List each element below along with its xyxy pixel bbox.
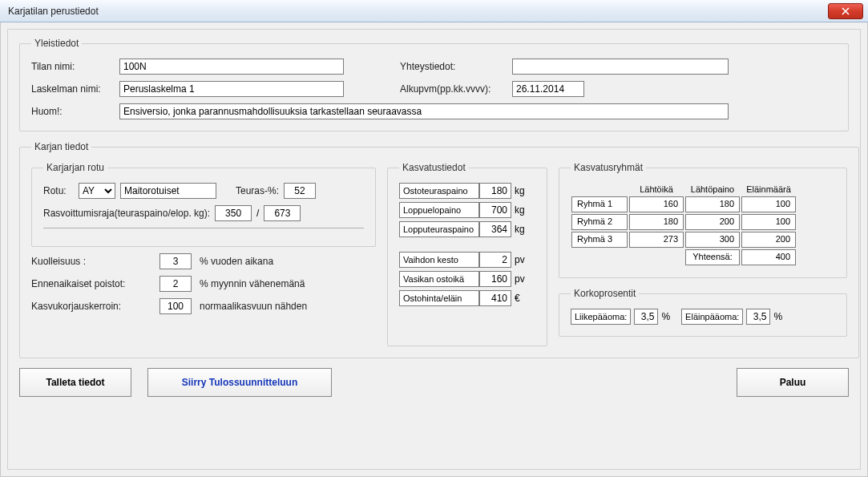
label-kasvukorj: Kasvukorjauskerroin: [31,301,159,312]
input-elain[interactable] [746,309,770,325]
pct-2: % [773,311,782,322]
input-kasvukorj[interactable] [159,298,192,314]
label-rasvo: Rasvoittumisraja(teuraspaino/elop. kg): [43,208,210,219]
label-ostoteuras: Ostoteuraspaino [399,183,479,199]
ryhma-lahtoika-1: 160 [629,196,684,212]
siirry-button[interactable]: Siirry Tulossuunnitteluun [147,368,332,397]
ryhma-lahtopaino-2: 200 [685,214,740,230]
legend-kasvatusryhmat: Kasvatusryhmät [571,162,646,173]
label-yhteystiedot: Yhteystiedot: [400,61,512,72]
fieldset-yleistiedot: Yleistiedot Tilan nimi: Yhteystiedot: La… [19,38,849,131]
total-value: 400 [741,249,796,265]
suffix-kasvukorj: normaalikasvuun nähden [200,301,376,312]
label-lopputeuras: Lopputeuraspaino [399,221,479,237]
unit-pv-2: pv [511,273,527,285]
label-vasikan: Vasikan ostoikä [399,271,479,287]
ryhma-name-1: Ryhmä 1 [571,196,628,212]
unit-kg-1: kg [511,185,527,196]
label-vaihdon: Vaihdon kesto [399,252,479,268]
label-tila-nimi: Tilan nimi: [31,61,119,72]
fieldset-korkoprosentit: Korkoprosentit Liikepääoma: % Eläinpääom… [559,288,847,337]
ryhma-name-3: Ryhmä 3 [571,232,628,248]
input-laskelma-nimi[interactable] [119,81,344,97]
fieldset-karjarjan-rotu: Karjarjan rotu Rotu: AY Teuras-%: [31,162,376,247]
input-ostoteuras[interactable] [479,183,511,199]
hdr-elainmaara: Eläinmäärä [741,183,797,196]
ryhma-elainmaara-3: 200 [741,232,796,248]
titlebar: Karjatilan perustiedot [0,0,868,22]
fieldset-kasvatusryhmat: Kasvatusryhmät Lähtöikä Lähtöpaino Eläin… [559,162,847,278]
rasvo-separator: / [256,208,259,219]
paluu-button[interactable]: Paluu [737,368,849,397]
input-alkupvm[interactable] [512,81,584,97]
label-kuolleisuus: Kuolleisuus : [31,256,159,267]
label-teuras: Teuras-%: [236,185,279,196]
input-ostohinta[interactable] [479,290,511,306]
window-title: Karjatilan perustiedot [8,6,99,17]
label-ennenaik: Ennenaikaiset poistot: [31,278,159,289]
kuolleisuus-grid: Kuolleisuus : % vuoden aikana Ennenaikai… [31,253,376,314]
button-row: Talleta tiedot Siirry Tulossuunnitteluun… [19,368,849,397]
talleta-button[interactable]: Talleta tiedot [19,368,131,397]
label-ostohinta: Ostohinta/eläin [399,290,479,306]
ryhma-table: Lähtöikä Lähtöpaino Eläinmäärä Ryhmä 1 1… [571,183,797,266]
input-huom[interactable] [119,103,729,119]
ryhma-lahtopaino-1: 180 [685,196,740,212]
table-row: Ryhmä 2 180 200 100 [571,213,797,231]
total-label: Yhteensä: [685,249,740,265]
label-rotu: Rotu: [43,185,74,196]
close-icon [842,7,850,15]
ryhma-elainmaara-2: 100 [741,214,796,230]
input-rasvo-b[interactable] [264,205,301,221]
label-alkupvm: Alkupvm(pp.kk.vvvv): [400,83,512,95]
suffix-kuolleisuus: % vuoden aikana [200,256,376,267]
unit-kg-3: kg [511,224,527,235]
input-kuolleisuus[interactable] [159,253,192,269]
legend-korkoprosentit: Korkoprosentit [571,288,639,299]
input-liike[interactable] [634,309,658,325]
input-yhteystiedot[interactable] [512,59,729,75]
input-vasikan[interactable] [479,271,511,287]
suffix-ennenaik: % myynnin vähenemänä [200,278,376,289]
unit-kg-2: kg [511,204,527,216]
close-button[interactable] [828,3,863,19]
legend-karjarjan-rotu: Karjarjan rotu [43,162,107,173]
input-tila-nimi[interactable] [119,59,344,75]
ryhma-elainmaara-1: 100 [741,196,796,212]
hdr-lahtoika: Lähtöikä [628,183,684,196]
label-elain: Eläinpääoma: [681,309,743,325]
pct-1: % [661,311,670,322]
legend-kasvatustiedot: Kasvatustiedot [399,162,469,173]
input-rasvo-a[interactable] [215,205,252,221]
fieldset-karjan-tiedot: Karjan tiedot Karjarjan rotu Rotu: AY [19,141,859,358]
label-laskelma-nimi: Laskelman nimi: [31,83,119,95]
label-liike: Liikepääoma: [571,309,631,325]
ryhma-lahtoika-2: 180 [629,214,684,230]
input-lopputeuras[interactable] [479,221,511,237]
table-row: Ryhmä 3 273 300 200 [571,231,797,249]
main-panel: Yleistiedot Tilan nimi: Yhteystiedot: La… [7,29,861,470]
input-loppuelo[interactable] [479,202,511,218]
select-rotu[interactable]: AY [79,183,115,199]
input-vaihdon[interactable] [479,252,511,268]
table-row-total: Yhteensä: 400 [571,249,797,266]
legend-yleistiedot: Yleistiedot [31,38,82,49]
fieldset-kasvatustiedot: Kasvatustiedot Ostoteuraspaino kg Loppue… [387,162,547,346]
label-loppuelo: Loppuelopaino [399,202,479,218]
ryhma-name-2: Ryhmä 2 [571,214,628,230]
input-rotu-desc[interactable] [120,183,216,199]
divider [43,228,364,228]
legend-karjan-tiedot: Karjan tiedot [31,141,91,152]
unit-pv-1: pv [511,254,527,265]
label-huom: Huom!: [31,106,119,117]
input-ennenaik[interactable] [159,276,192,292]
hdr-lahtopaino: Lähtöpaino [684,183,741,196]
ryhma-lahtoika-3: 273 [629,232,684,248]
window-body: Yleistiedot Tilan nimi: Yhteystiedot: La… [0,22,868,477]
ryhma-lahtopaino-3: 300 [685,232,740,248]
input-teuras-pct[interactable] [284,183,316,199]
unit-eur: € [511,293,527,304]
table-row: Ryhmä 1 160 180 100 [571,196,797,213]
